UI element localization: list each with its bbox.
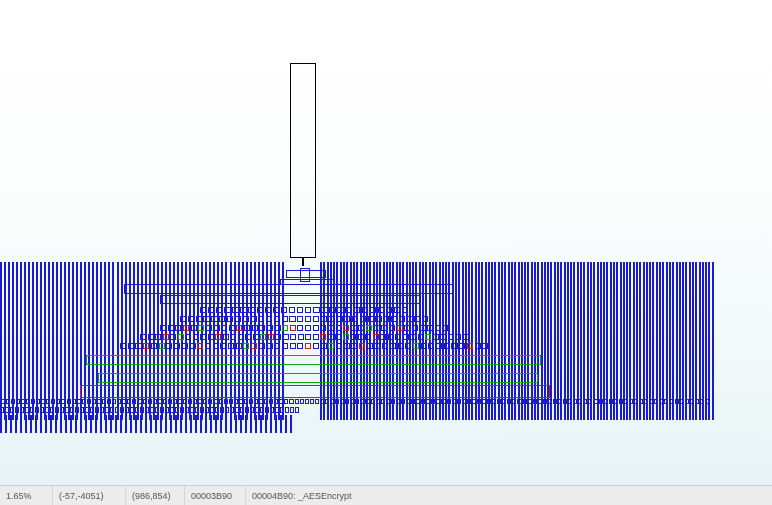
tiny-node[interactable]: [174, 343, 180, 349]
tiny-node[interactable]: [200, 307, 206, 313]
tiny-node[interactable]: [230, 334, 236, 340]
tiny-node[interactable]: [313, 334, 319, 340]
column-node[interactable]: [682, 262, 684, 420]
column-node[interactable]: [10, 415, 12, 433]
column-node[interactable]: [583, 262, 585, 420]
tiny-node[interactable]: [548, 399, 552, 404]
tiny-node[interactable]: [243, 316, 249, 322]
tiny-node[interactable]: [183, 399, 187, 404]
tiny-node[interactable]: [431, 399, 435, 404]
column-node[interactable]: [260, 415, 262, 433]
tiny-node[interactable]: [100, 407, 104, 413]
tiny-node[interactable]: [219, 399, 223, 404]
tiny-node[interactable]: [95, 407, 99, 413]
tiny-node[interactable]: [475, 343, 481, 349]
tiny-node[interactable]: [444, 343, 450, 349]
tiny-node[interactable]: [260, 334, 266, 340]
tiny-node[interactable]: [41, 399, 45, 404]
tiny-node[interactable]: [371, 399, 375, 404]
column-node[interactable]: [240, 415, 242, 433]
tiny-node[interactable]: [442, 325, 448, 331]
column-node[interactable]: [235, 415, 237, 433]
tiny-node[interactable]: [198, 399, 202, 404]
tiny-node[interactable]: [358, 325, 364, 331]
column-node[interactable]: [265, 415, 267, 433]
column-node[interactable]: [606, 262, 608, 420]
tiny-node[interactable]: [173, 399, 177, 404]
tiny-node[interactable]: [234, 399, 238, 404]
column-node[interactable]: [120, 415, 122, 433]
tiny-node[interactable]: [264, 399, 268, 404]
tiny-node[interactable]: [102, 399, 106, 404]
tiny-node[interactable]: [412, 325, 418, 331]
tiny-node[interactable]: [232, 307, 238, 313]
tiny-node[interactable]: [140, 334, 146, 340]
column-node[interactable]: [200, 415, 202, 433]
column-node[interactable]: [290, 415, 292, 433]
column-node[interactable]: [557, 262, 559, 420]
column-node[interactable]: [125, 415, 127, 433]
tiny-node[interactable]: [362, 307, 368, 313]
tiny-node[interactable]: [366, 325, 372, 331]
tiny-node[interactable]: [72, 399, 76, 404]
tiny-node[interactable]: [428, 343, 434, 349]
tiny-node[interactable]: [381, 399, 385, 404]
column-node[interactable]: [90, 415, 92, 433]
column-node[interactable]: [65, 415, 67, 433]
tiny-node[interactable]: [328, 343, 334, 349]
column-node[interactable]: [140, 415, 142, 433]
tiny-node[interactable]: [159, 343, 165, 349]
tiny-node[interactable]: [224, 307, 230, 313]
tiny-node[interactable]: [77, 399, 81, 404]
tiny-node[interactable]: [137, 399, 141, 404]
column-node[interactable]: [0, 415, 2, 433]
tiny-node[interactable]: [215, 407, 219, 413]
tiny-node[interactable]: [279, 399, 283, 404]
column-node[interactable]: [230, 415, 232, 433]
column-node[interactable]: [225, 415, 227, 433]
tiny-node[interactable]: [360, 399, 364, 404]
tiny-node[interactable]: [15, 407, 19, 413]
column-node[interactable]: [220, 415, 222, 433]
tiny-node[interactable]: [353, 307, 359, 313]
column-node[interactable]: [130, 415, 132, 433]
tiny-node[interactable]: [378, 307, 384, 313]
column-node[interactable]: [75, 415, 77, 433]
column-node[interactable]: [195, 415, 197, 433]
tiny-node[interactable]: [351, 325, 357, 331]
wide-node[interactable]: [124, 284, 454, 294]
tiny-node[interactable]: [427, 325, 433, 331]
tiny-node[interactable]: [205, 343, 211, 349]
tiny-node[interactable]: [365, 334, 371, 340]
tiny-node[interactable]: [238, 334, 244, 340]
tiny-node[interactable]: [274, 316, 280, 322]
tiny-node[interactable]: [155, 407, 159, 413]
tiny-node[interactable]: [40, 407, 44, 413]
column-node[interactable]: [135, 415, 137, 433]
column-node[interactable]: [60, 262, 62, 420]
tiny-node[interactable]: [151, 343, 157, 349]
column-node[interactable]: [620, 262, 622, 420]
tiny-node[interactable]: [329, 307, 335, 313]
tiny-node[interactable]: [274, 399, 278, 404]
column-node[interactable]: [580, 262, 582, 420]
column-node[interactable]: [669, 262, 671, 420]
tiny-node[interactable]: [394, 307, 400, 313]
tiny-node[interactable]: [257, 307, 263, 313]
tiny-node[interactable]: [298, 334, 304, 340]
tiny-node[interactable]: [426, 399, 430, 404]
tiny-node[interactable]: [396, 399, 400, 404]
tiny-node[interactable]: [228, 343, 234, 349]
tiny-node[interactable]: [313, 307, 319, 313]
column-node[interactable]: [597, 262, 599, 420]
tiny-node[interactable]: [328, 316, 334, 322]
column-node[interactable]: [705, 262, 707, 420]
tiny-node[interactable]: [543, 399, 547, 404]
tiny-node[interactable]: [421, 343, 427, 349]
tiny-node[interactable]: [374, 325, 380, 331]
tiny-node[interactable]: [230, 407, 234, 413]
column-node[interactable]: [685, 262, 687, 420]
column-node[interactable]: [695, 262, 697, 420]
tiny-node[interactable]: [269, 399, 273, 404]
tiny-node[interactable]: [170, 334, 176, 340]
